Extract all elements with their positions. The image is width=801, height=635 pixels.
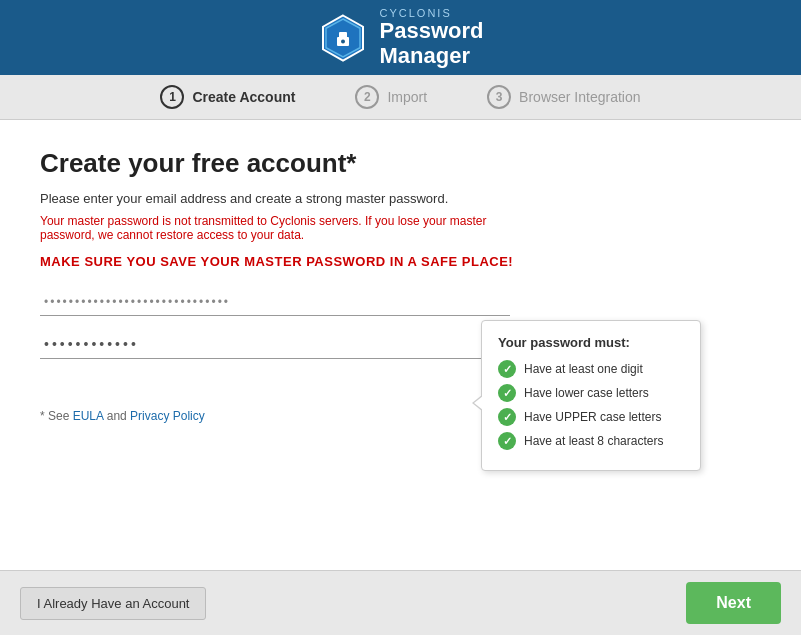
warning-text: Your master password is not transmitted … (40, 214, 520, 242)
step-2-label: Import (387, 89, 427, 105)
step-create-account[interactable]: 1 Create Account (160, 85, 295, 109)
privacy-link[interactable]: Privacy Policy (130, 409, 205, 423)
check-length-icon (498, 432, 516, 450)
rule-uppercase-label: Have UPPER case letters (524, 410, 661, 424)
product-name: PasswordManager (380, 19, 484, 67)
svg-point-4 (341, 39, 345, 43)
popup-title: Your password must: (498, 335, 684, 350)
steps-bar: 1 Create Account 2 Import 3 Browser Inte… (0, 75, 801, 120)
footer-text-between: and (107, 409, 130, 423)
subtitle-text: Please enter your email address and crea… (40, 191, 761, 206)
already-have-account-button[interactable]: I Already Have an Account (20, 587, 206, 620)
next-button[interactable]: Next (686, 582, 781, 624)
step-browser-integration[interactable]: 3 Browser Integration (487, 85, 640, 109)
main-content: Create your free account* Please enter y… (0, 120, 801, 580)
rule-uppercase: Have UPPER case letters (498, 408, 684, 426)
email-input[interactable] (40, 289, 510, 316)
check-lowercase-icon (498, 384, 516, 402)
step-1-circle: 1 (160, 85, 184, 109)
rule-length-label: Have at least 8 characters (524, 434, 663, 448)
rule-lowercase-label: Have lower case letters (524, 386, 649, 400)
password-input[interactable] (40, 330, 510, 359)
safe-warning-text: MAKE SURE YOU SAVE YOUR MASTER PASSWORD … (40, 254, 761, 269)
password-input-group (40, 330, 510, 359)
step-2-circle: 2 (355, 85, 379, 109)
rule-digit: Have at least one digit (498, 360, 684, 378)
app-header: CYCLONIS PasswordManager (0, 0, 801, 75)
logo-icon (318, 13, 368, 63)
check-uppercase-icon (498, 408, 516, 426)
step-1-label: Create Account (192, 89, 295, 105)
step-3-label: Browser Integration (519, 89, 640, 105)
page-title: Create your free account* (40, 148, 761, 179)
rule-lowercase: Have lower case letters (498, 384, 684, 402)
logo-text: CYCLONIS PasswordManager (380, 7, 484, 67)
email-input-group (40, 289, 510, 316)
check-digit-icon (498, 360, 516, 378)
rule-length: Have at least 8 characters (498, 432, 684, 450)
rule-digit-label: Have at least one digit (524, 362, 643, 376)
password-requirements-popup: Your password must: Have at least one di… (481, 320, 701, 471)
step-3-circle: 3 (487, 85, 511, 109)
step-import[interactable]: 2 Import (355, 85, 427, 109)
bottom-bar: I Already Have an Account Next (0, 570, 801, 635)
footer-text-before: * See (40, 409, 73, 423)
eula-link[interactable]: EULA (73, 409, 104, 423)
